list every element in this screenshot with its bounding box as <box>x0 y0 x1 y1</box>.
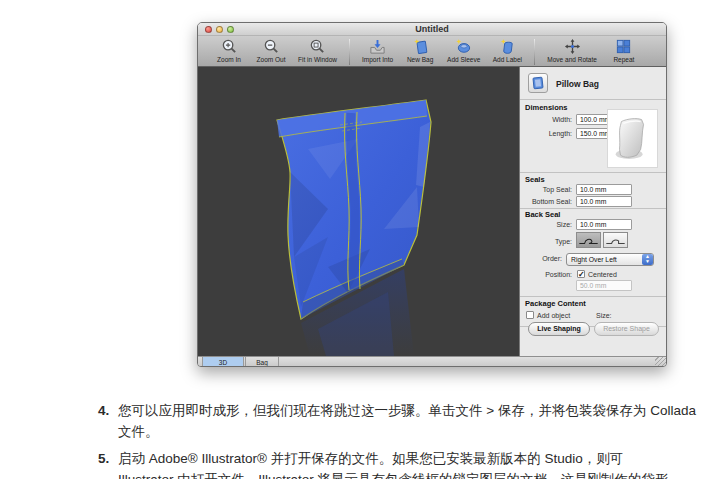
studio-toolkit-window: Untitled Zoom In Zoom Out <box>197 22 667 367</box>
panel-title: Pillow Bag <box>556 79 599 89</box>
top-seal-label: Top Seal: <box>520 186 572 193</box>
position-label: Position: <box>520 271 572 278</box>
add-sleeve-button[interactable]: Add Sleeve <box>447 38 480 63</box>
centered-label: Centered <box>588 271 617 278</box>
3d-viewport[interactable] <box>198 67 520 356</box>
step-4-line-1: 您可以应用即时成形，但我们现在将跳过这一步骤。单击文件 > 保存，并将包装袋保存… <box>118 400 719 421</box>
import-into-button[interactable]: Import Into <box>362 38 393 63</box>
step-5: 5. 启动 Adobe® Illustrator® 并打开保存的文件。如果您已安… <box>100 448 719 479</box>
import-into-icon <box>369 38 386 55</box>
content-size-label: Size: <box>596 312 612 319</box>
seal-offset-input: 50.0 mm <box>576 280 632 291</box>
add-sleeve-icon <box>455 38 472 55</box>
parameters-panel: Pillow Bag Dimensions Width: 100.0 mm Le… <box>520 67 666 356</box>
centered-checkbox[interactable]: ✓ <box>577 270 585 278</box>
repeat-icon <box>615 38 632 55</box>
fit-in-window-button[interactable]: Fit in Window <box>298 38 337 63</box>
add-label-button[interactable]: Add Label <box>492 38 522 63</box>
add-label-icon <box>499 38 516 55</box>
zoom-out-icon <box>263 38 280 55</box>
repeat-button[interactable]: Repeat <box>609 38 639 63</box>
bottom-seal-input[interactable]: 10.0 mm <box>576 196 632 207</box>
add-object-checkbox[interactable] <box>526 311 534 319</box>
fit-in-window-icon <box>309 38 326 55</box>
divider <box>520 172 666 173</box>
step-number: 5. <box>98 448 109 469</box>
window-title: Untitled <box>198 24 666 34</box>
seal-type-fin-button[interactable] <box>576 232 601 248</box>
top-seal-input[interactable]: 10.0 mm <box>576 184 632 195</box>
package-content-heading: Package Content <box>525 299 586 308</box>
view-tab-bar: 3D Bag <box>198 356 666 367</box>
step-4: 4. 您可以应用即时成形，但我们现在将跳过这一步骤。单击文件 > 保存，并将包装… <box>100 400 719 442</box>
pillow-bag-icon <box>528 73 548 93</box>
toolbar-separator <box>349 39 350 65</box>
step-4-line-2: 文件。 <box>118 421 719 442</box>
bottom-seal-label: Bottom Seal: <box>520 198 572 205</box>
step-5-line-2: Illustrator 中打开文件。Illustrator 将显示具有包含线框的… <box>118 469 719 479</box>
zoom-in-button[interactable]: Zoom In <box>214 38 244 63</box>
move-and-rotate-icon <box>564 38 581 55</box>
seal-type-lap-button[interactable] <box>603 232 628 248</box>
divider <box>520 296 666 297</box>
restore-shape-button: Restore Shape <box>594 322 659 336</box>
pillow-bag-3d-model <box>198 67 520 356</box>
back-seal-size-label: Size: <box>520 221 572 228</box>
dropdown-stepper-icon: ▲▼ <box>642 254 653 265</box>
fin-seal-icon <box>577 233 600 247</box>
new-bag-icon <box>412 38 429 55</box>
divider <box>520 208 666 209</box>
toolbar-separator <box>534 39 535 65</box>
zoom-in-icon <box>221 38 238 55</box>
live-shaping-button[interactable]: Live Shaping <box>528 322 590 336</box>
new-bag-button[interactable]: New Bag <box>405 38 435 63</box>
move-and-rotate-button[interactable]: Move and Rotate <box>547 38 597 63</box>
titlebar[interactable]: Untitled <box>198 23 666 36</box>
order-label: Order: <box>520 255 562 262</box>
order-value: Right Over Left <box>571 256 617 263</box>
width-label: Width: <box>520 116 572 123</box>
dimensions-heading: Dimensions <box>525 103 568 112</box>
step-5-line-1: 启动 Adobe® Illustrator® 并打开保存的文件。如果您已安装最新… <box>118 448 719 469</box>
lap-seal-icon <box>604 233 627 247</box>
resize-grip[interactable] <box>655 357 666 367</box>
tab-bag[interactable]: Bag <box>245 357 279 367</box>
order-dropdown[interactable]: Right Over Left ▲▼ <box>566 253 654 266</box>
seal-type-label: Type: <box>520 238 572 245</box>
divider <box>520 99 666 100</box>
tab-3d[interactable]: 3D <box>202 357 244 367</box>
step-number: 4. <box>98 400 109 421</box>
zoom-out-button[interactable]: Zoom Out <box>256 38 286 63</box>
length-label: Length: <box>520 130 572 137</box>
toolbar: Zoom In Zoom Out Fit in Window <box>198 36 666 67</box>
bag-preview-thumbnail <box>607 109 658 168</box>
add-object-label: Add object <box>537 312 570 319</box>
seals-heading: Seals <box>525 175 545 184</box>
document-text: 4. 您可以应用即时成形，但我们现在将跳过这一步骤。单击文件 > 保存，并将包装… <box>100 400 719 479</box>
back-seal-heading: Back Seal <box>525 210 560 219</box>
back-seal-size-input[interactable]: 10.0 mm <box>576 219 632 230</box>
